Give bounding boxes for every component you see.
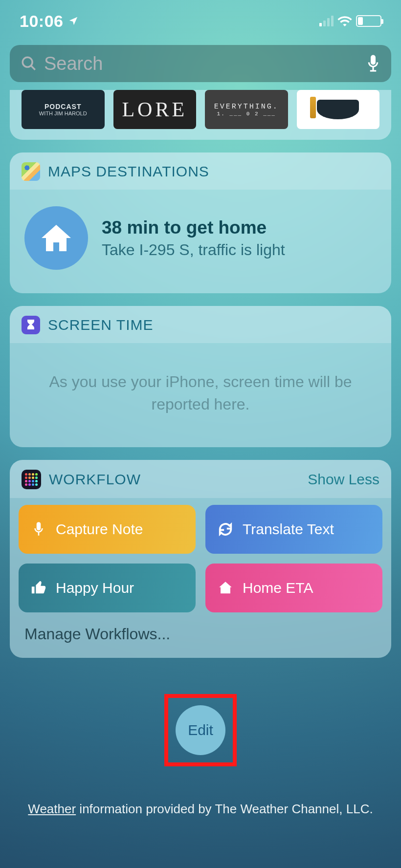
screen-time-app-icon bbox=[22, 316, 40, 334]
workflow-button-label: Home ETA bbox=[243, 580, 313, 596]
wifi-icon bbox=[337, 16, 352, 26]
workflow-capture-note-button[interactable]: Capture Note bbox=[19, 505, 196, 554]
workflow-translate-text-button[interactable]: Translate Text bbox=[205, 505, 382, 554]
search-input[interactable] bbox=[44, 53, 359, 74]
svg-rect-5 bbox=[37, 522, 41, 530]
status-time: 10:06 bbox=[20, 12, 63, 31]
workflow-button-label: Happy Hour bbox=[56, 580, 134, 596]
widget-title: SCREEN TIME bbox=[48, 317, 153, 333]
workflow-widget[interactable]: WORKFLOW Show Less Capture Note Translat… bbox=[10, 460, 391, 658]
book-icon bbox=[317, 100, 359, 119]
hourglass-icon bbox=[25, 319, 36, 331]
thumbs-up-icon bbox=[30, 580, 47, 596]
battery-icon bbox=[356, 15, 381, 27]
refresh-icon bbox=[217, 521, 234, 538]
widget-title: MAPS DESTINATIONS bbox=[48, 163, 209, 180]
widget-header: MAPS DESTINATIONS bbox=[10, 152, 391, 190]
podcast-widget[interactable]: PODCAST WITH JIM HAROLD LORE EVERYTHING.… bbox=[10, 90, 391, 140]
widget-header: SCREEN TIME bbox=[10, 306, 391, 343]
edit-button-highlight: Edit bbox=[164, 694, 237, 766]
weather-attribution: Weather information provided by The Weat… bbox=[0, 802, 401, 817]
maps-destinations-widget[interactable]: MAPS DESTINATIONS 38 min to get home Tak… bbox=[10, 152, 391, 293]
widget-title: WORKFLOW bbox=[49, 471, 141, 488]
cell-signal-icon bbox=[319, 16, 334, 26]
microphone-icon[interactable] bbox=[366, 54, 380, 73]
workflow-app-icon bbox=[22, 470, 41, 489]
eta-text: 38 min to get home bbox=[102, 217, 285, 238]
podcast-tile[interactable]: LORE bbox=[113, 90, 197, 129]
house-icon bbox=[217, 580, 234, 596]
podcast-tile[interactable] bbox=[297, 90, 380, 129]
home-destination-icon[interactable] bbox=[24, 206, 88, 270]
workflow-home-eta-button[interactable]: Home ETA bbox=[205, 564, 382, 612]
svg-line-1 bbox=[31, 65, 35, 70]
edit-widgets-button[interactable]: Edit bbox=[176, 705, 225, 755]
location-arrow-icon bbox=[68, 16, 79, 26]
svg-rect-2 bbox=[371, 55, 376, 65]
workflow-button-label: Translate Text bbox=[243, 521, 334, 538]
house-icon bbox=[39, 220, 74, 256]
workflow-happy-hour-button[interactable]: Happy Hour bbox=[19, 564, 196, 612]
widget-header: WORKFLOW Show Less bbox=[10, 460, 391, 498]
route-text: Take I-295 S, traffic is light bbox=[102, 241, 285, 259]
screen-time-message: As you use your iPhone, screen time will… bbox=[10, 343, 391, 447]
show-less-toggle[interactable]: Show Less bbox=[308, 471, 379, 488]
microphone-icon bbox=[30, 521, 47, 538]
weather-link[interactable]: Weather bbox=[28, 802, 76, 816]
podcast-tile[interactable]: PODCAST WITH JIM HAROLD bbox=[22, 90, 105, 129]
search-bar[interactable] bbox=[10, 45, 391, 82]
search-icon bbox=[21, 55, 37, 72]
screen-time-widget[interactable]: SCREEN TIME As you use your iPhone, scre… bbox=[10, 306, 391, 447]
podcast-tile[interactable]: EVERYTHING. 1. ___ 0 2 ___ bbox=[205, 90, 288, 129]
manage-workflows-link[interactable]: Manage Workflows... bbox=[19, 612, 382, 646]
status-bar: 10:06 bbox=[0, 0, 401, 36]
workflow-button-label: Capture Note bbox=[56, 521, 143, 538]
maps-app-icon bbox=[22, 162, 40, 181]
svg-point-0 bbox=[22, 57, 32, 67]
